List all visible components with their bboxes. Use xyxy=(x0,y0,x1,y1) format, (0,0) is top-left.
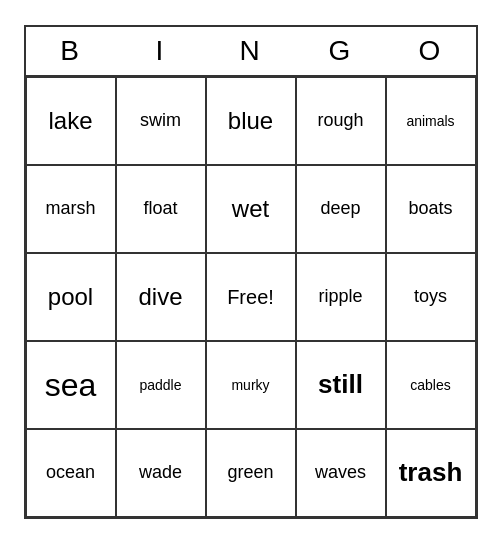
bingo-cell[interactable]: animals xyxy=(386,77,476,165)
header-letter: G xyxy=(296,27,386,75)
bingo-cell[interactable]: green xyxy=(206,429,296,517)
header-letter: N xyxy=(206,27,296,75)
bingo-cell[interactable]: paddle xyxy=(116,341,206,429)
bingo-cell[interactable]: float xyxy=(116,165,206,253)
bingo-cell[interactable]: marsh xyxy=(26,165,116,253)
bingo-cell[interactable]: sea xyxy=(26,341,116,429)
bingo-cell[interactable]: Free! xyxy=(206,253,296,341)
bingo-grid: lakeswimblueroughanimalsmarshfloatwetdee… xyxy=(26,75,476,517)
bingo-cell[interactable]: ocean xyxy=(26,429,116,517)
bingo-cell[interactable]: swim xyxy=(116,77,206,165)
bingo-cell[interactable]: rough xyxy=(296,77,386,165)
bingo-cell[interactable]: cables xyxy=(386,341,476,429)
header-letter: I xyxy=(116,27,206,75)
bingo-cell[interactable]: wet xyxy=(206,165,296,253)
bingo-card: BINGO lakeswimblueroughanimalsmarshfloat… xyxy=(24,25,478,519)
bingo-cell[interactable]: dive xyxy=(116,253,206,341)
bingo-cell[interactable]: lake xyxy=(26,77,116,165)
bingo-cell[interactable]: wade xyxy=(116,429,206,517)
bingo-cell[interactable]: toys xyxy=(386,253,476,341)
bingo-cell[interactable]: pool xyxy=(26,253,116,341)
bingo-cell[interactable]: still xyxy=(296,341,386,429)
bingo-cell[interactable]: trash xyxy=(386,429,476,517)
bingo-header: BINGO xyxy=(26,27,476,75)
header-letter: B xyxy=(26,27,116,75)
bingo-cell[interactable]: waves xyxy=(296,429,386,517)
bingo-cell[interactable]: murky xyxy=(206,341,296,429)
bingo-cell[interactable]: boats xyxy=(386,165,476,253)
bingo-cell[interactable]: blue xyxy=(206,77,296,165)
bingo-cell[interactable]: deep xyxy=(296,165,386,253)
header-letter: O xyxy=(386,27,476,75)
bingo-cell[interactable]: ripple xyxy=(296,253,386,341)
